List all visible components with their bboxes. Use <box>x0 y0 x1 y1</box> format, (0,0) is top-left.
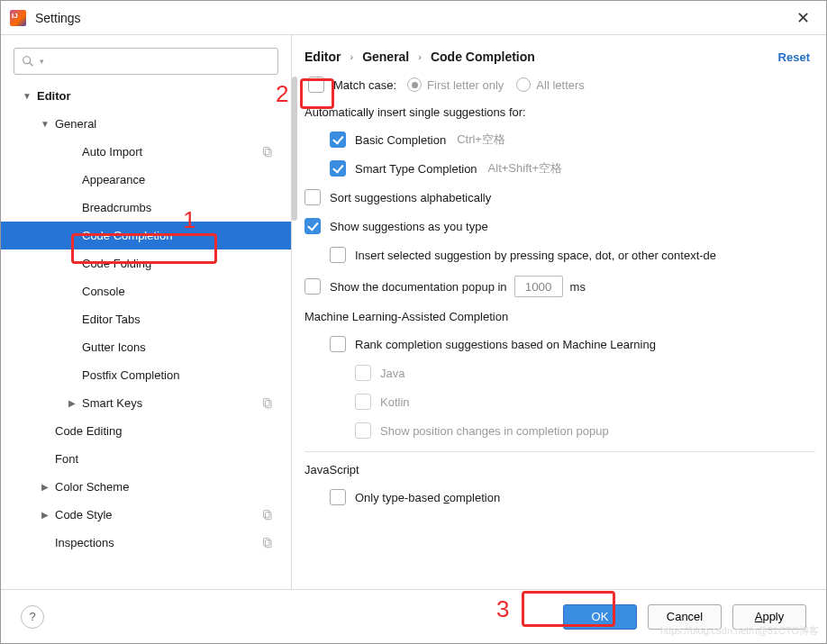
svg-rect-9 <box>265 540 271 548</box>
ok-button[interactable]: OK <box>563 604 637 630</box>
ml-java-checkbox <box>355 365 371 381</box>
sidebar-item-label: Inspections <box>51 536 114 549</box>
sidebar-item-label: Smart Keys <box>78 396 142 410</box>
sidebar-item-label: Color Scheme <box>51 480 129 494</box>
js-only-type-label: Only type-based completion <box>355 491 500 504</box>
ml-kotlin-checkbox <box>355 394 371 410</box>
sidebar-item-label: Breadcrumbs <box>78 201 151 214</box>
show-as-type-checkbox[interactable] <box>304 218 321 234</box>
smart-shortcut: Alt+Shift+空格 <box>488 160 562 177</box>
sidebar-item-postfix-completion[interactable]: ▼Postfix Completion <box>1 361 291 389</box>
insert-selected-label: Insert selected suggestion by pressing s… <box>355 249 716 262</box>
copy-settings-icon[interactable] <box>261 537 273 549</box>
app-icon <box>10 10 26 26</box>
sidebar-item-code-style[interactable]: ▶Code Style <box>1 501 291 529</box>
first-letter-label: First letter only <box>427 78 504 92</box>
sidebar-item-appearance[interactable]: ▼Appearance <box>1 166 291 194</box>
copy-settings-icon[interactable] <box>261 146 273 158</box>
sidebar-item-code-completion[interactable]: ▼Code Completion <box>1 222 291 249</box>
sidebar-item-inspections[interactable]: ▼Inspections <box>1 529 291 557</box>
basic-shortcut: Ctrl+空格 <box>457 132 505 148</box>
basic-completion-checkbox[interactable] <box>330 132 346 148</box>
sidebar-item-label: Code Editing <box>51 424 122 438</box>
sidebar-item-auto-import[interactable]: ▼Auto Import <box>1 138 291 166</box>
svg-rect-5 <box>265 401 271 408</box>
window-title: Settings <box>35 11 81 25</box>
match-case-checkbox[interactable] <box>308 77 324 93</box>
search-icon <box>22 55 34 68</box>
sidebar-item-code-folding[interactable]: ▼Code Folding <box>1 249 291 277</box>
smart-completion-checkbox[interactable] <box>330 160 346 177</box>
sidebar-item-code-editing[interactable]: ▼Code Editing <box>1 417 291 445</box>
svg-rect-6 <box>263 511 269 518</box>
basic-completion-label: Basic Completion <box>355 133 446 147</box>
sidebar-item-editor-tabs[interactable]: ▼Editor Tabs <box>1 305 291 333</box>
form-area[interactable]: Match case: First letter only All letter… <box>292 77 826 589</box>
insert-selected-checkbox[interactable] <box>330 247 346 263</box>
copy-settings-icon[interactable] <box>261 509 273 521</box>
watermark: https://blog.csdn.net/n@51CTO博客 <box>660 624 819 638</box>
svg-rect-2 <box>263 148 269 155</box>
ml-kotlin-label: Kotlin <box>380 395 410 409</box>
show-doc-label-b: ms <box>570 280 586 294</box>
svg-rect-3 <box>265 150 271 157</box>
sort-alpha-label: Sort suggestions alphabetically <box>330 191 491 204</box>
ml-rank-checkbox[interactable] <box>330 336 346 352</box>
ml-show-pos-label: Show position changes in completion popu… <box>380 424 609 438</box>
chevron-down-icon: ▼ <box>21 91 33 101</box>
sidebar-item-label: Gutter Icons <box>78 340 146 354</box>
copy-settings-icon[interactable] <box>261 397 273 409</box>
settings-tree[interactable]: ▼Editor▼General▼Auto Import▼Appearance▼B… <box>1 82 291 589</box>
crumb-editor[interactable]: Editor <box>304 50 341 64</box>
sidebar-item-label: Appearance <box>78 173 145 186</box>
chevron-right-icon: ▶ <box>39 510 51 520</box>
doc-delay-input[interactable] <box>514 276 563 297</box>
first-letter-radio[interactable] <box>407 77 422 92</box>
ml-show-pos-checkbox <box>355 422 371 439</box>
search-input[interactable]: ▾ <box>14 48 278 75</box>
sidebar-item-label: Auto Import <box>78 145 142 159</box>
all-letters-radio[interactable] <box>516 77 531 92</box>
chevron-down-icon: ▼ <box>39 119 51 129</box>
content-pane: Editor › General › Code Completion Reset… <box>292 35 826 589</box>
sidebar-item-label: Postfix Completion <box>78 368 179 382</box>
svg-rect-8 <box>263 539 269 546</box>
js-only-type-checkbox[interactable] <box>330 489 346 505</box>
help-button[interactable]: ? <box>21 605 44 629</box>
auto-insert-heading: Automatically insert single suggestions … <box>304 105 826 119</box>
chevron-right-icon: ▶ <box>39 482 51 492</box>
ml-rank-label: Rank completion suggestions based on Mac… <box>355 338 656 351</box>
svg-rect-4 <box>263 399 269 406</box>
scrollbar[interactable] <box>292 77 297 221</box>
match-case-label: Match case: <box>333 78 396 92</box>
smart-completion-label: Smart Type Completion <box>355 162 477 176</box>
sidebar-item-label: Code Folding <box>78 257 151 270</box>
sidebar-item-general[interactable]: ▼General <box>1 110 291 138</box>
crumb-code-completion: Code Completion <box>431 50 535 64</box>
sidebar-item-color-scheme[interactable]: ▶Color Scheme <box>1 473 291 501</box>
ml-heading: Machine Learning-Assisted Completion <box>304 310 826 323</box>
sidebar-item-console[interactable]: ▼Console <box>1 277 291 305</box>
sidebar-item-breadcrumbs[interactable]: ▼Breadcrumbs <box>1 194 291 222</box>
sidebar-item-label: Font <box>51 452 78 466</box>
sidebar-item-editor[interactable]: ▼Editor <box>1 82 291 110</box>
titlebar: Settings ✕ <box>1 1 826 35</box>
show-doc-checkbox[interactable] <box>304 278 321 295</box>
sidebar-item-font[interactable]: ▼Font <box>1 445 291 473</box>
sidebar-item-label: Code Completion <box>78 229 172 242</box>
breadcrumb: Editor › General › Code Completion Reset <box>292 35 826 77</box>
sort-alpha-checkbox[interactable] <box>304 189 321 205</box>
sidebar-item-label: Editor <box>33 89 71 103</box>
chevron-right-icon: ▶ <box>66 398 78 408</box>
chevron-right-icon: › <box>350 51 353 62</box>
crumb-general[interactable]: General <box>362 50 409 64</box>
sidebar: ▾ ▼Editor▼General▼Auto Import▼Appearance… <box>1 35 292 589</box>
sidebar-item-label: Console <box>78 285 125 298</box>
sidebar-item-label: Code Style <box>51 508 113 522</box>
close-icon[interactable]: ✕ <box>789 5 817 32</box>
svg-point-0 <box>23 57 31 64</box>
sidebar-item-gutter-icons[interactable]: ▼Gutter Icons <box>1 333 291 361</box>
reset-link[interactable]: Reset <box>778 50 810 64</box>
sidebar-item-smart-keys[interactable]: ▶Smart Keys <box>1 389 291 417</box>
show-doc-label-a: Show the documentation popup in <box>330 280 507 294</box>
